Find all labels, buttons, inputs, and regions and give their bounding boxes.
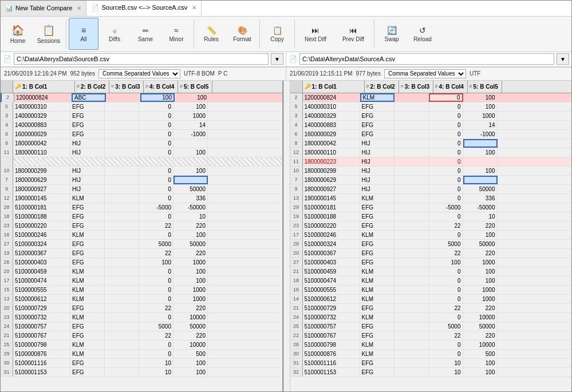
table-row[interactable]: 265100000403EFG1001000 xyxy=(1,258,282,267)
table-row[interactable]: 165100000555KLM01000 xyxy=(290,286,572,295)
table-row[interactable]: 81800000042HIJ0 xyxy=(1,139,282,148)
table-row[interactable]: 205100000729EFG22220 xyxy=(1,304,282,313)
table-row[interactable]: 195100000188EFG010 xyxy=(290,212,572,221)
left-col-header-4[interactable]: # 4: B Col4 xyxy=(144,81,178,93)
left-format-select[interactable]: Comma Separated Values xyxy=(98,69,180,78)
table-row[interactable]: 21200000824KLM0100 xyxy=(290,93,572,102)
right-file-path-input[interactable] xyxy=(299,53,554,65)
tab-new-table-compare[interactable]: 📊 New Table Compare ✕ xyxy=(1,1,86,16)
all-button[interactable]: ≡ All xyxy=(69,18,98,50)
right-col-header-5[interactable]: # 5: B Col5 xyxy=(468,81,502,93)
table-row[interactable]: 61600000029EFG0-1000 xyxy=(290,130,572,139)
table-row[interactable]: 235100000220EFG22220 xyxy=(1,221,282,231)
table-row[interactable]: 101800000299HIJ0100 xyxy=(1,167,282,176)
right-col-header-4[interactable]: # 4: B Col4 xyxy=(433,81,468,93)
table-row[interactable]: 91800000927HIJ050000 xyxy=(1,185,282,194)
table-row[interactable]: 41400000883EFG014 xyxy=(1,121,282,130)
table-row[interactable]: 111800000110HIJ0100 xyxy=(1,148,282,157)
table-row[interactable]: 285100000181EFG-5000-50000 xyxy=(1,203,282,212)
table-row[interactable]: 315100001153EFG10100 xyxy=(1,368,282,377)
table-row[interactable]: 81800000042HIJ0 xyxy=(290,139,572,148)
right-format-select[interactable]: Comma Separated Values xyxy=(384,69,466,78)
diffs-button[interactable]: ⬦ Diffs xyxy=(100,18,129,50)
table-row[interactable]: 225100000767EFG22220 xyxy=(290,331,572,340)
reload-button[interactable]: ↺ Reload xyxy=(408,18,437,50)
minor-button[interactable]: ≈ Minor xyxy=(161,18,191,50)
table-row[interactable]: 101800000299HIJ0100 xyxy=(290,167,572,176)
table-row[interactable]: 255100000798KLM010000 xyxy=(1,340,282,350)
table-row[interactable]: 235100000220EFG22220 xyxy=(290,221,572,231)
table-row[interactable]: 265100000798KLM010000 xyxy=(290,340,572,350)
table-row[interactable]: 91800000927HIJ050000 xyxy=(290,185,572,194)
right-col-header-1[interactable]: 🔑 1: B Col1 xyxy=(303,81,365,93)
table-row[interactable]: 135100000612KLM01000 xyxy=(1,295,282,304)
table-row[interactable]: 205100000459KLM0100 xyxy=(1,267,282,276)
table-row[interactable]: 31400000329EFG01000 xyxy=(1,112,282,121)
table-row[interactable]: 165100000246KLM0100 xyxy=(1,231,282,240)
table-row[interactable]: 31400000329EFG01000 xyxy=(290,112,572,121)
table-row[interactable]: 71800000629HIJ0 xyxy=(1,176,282,185)
next-diff-button[interactable]: ⏭ Next Diff xyxy=(297,18,334,50)
table-row[interactable]: 275100000324EFG500050000 xyxy=(1,240,282,249)
table-row[interactable] xyxy=(1,157,282,167)
table-row[interactable]: 195100000367EFG22220 xyxy=(1,249,282,258)
prev-diff-button[interactable]: ⏮ Prev Diff xyxy=(335,18,372,50)
table-row[interactable]: 295100000876KLM0500 xyxy=(1,350,282,359)
left-col-header-1[interactable]: 🔑 1: B Col1 xyxy=(13,81,75,93)
same-button[interactable]: ═ Same xyxy=(131,18,160,50)
tab-close-active[interactable]: ✕ xyxy=(192,5,196,11)
table-row[interactable]: 305100001116EFG10100 xyxy=(1,359,282,368)
table-row[interactable]: 325100001153EFG10100 xyxy=(290,368,572,377)
table-row[interactable]: 131900000145KLM0336 xyxy=(290,194,572,203)
tab-close[interactable]: ✕ xyxy=(77,5,81,11)
sessions-button[interactable]: 📋 Sessions xyxy=(34,18,64,50)
table-row[interactable]: 245100000732KLM010000 xyxy=(290,313,572,322)
table-row[interactable]: 61600000029EFG0-1000 xyxy=(1,130,282,139)
data-cell: 22 xyxy=(139,249,173,258)
table-row[interactable]: 51400000310EFG0100 xyxy=(290,102,572,112)
table-row[interactable]: 235100000732KLM010000 xyxy=(1,313,282,322)
table-row[interactable]: 175100000246KLM0100 xyxy=(290,231,572,240)
swap-button[interactable]: 🔄 Swap xyxy=(377,18,407,50)
left-browse-button[interactable]: ▼ xyxy=(271,53,283,65)
table-row[interactable]: 315100001116EFG10100 xyxy=(290,359,572,368)
right-col-header-2[interactable]: # 2: B Col2 xyxy=(365,81,399,93)
table-row[interactable]: 21200000824ABC100100 xyxy=(1,93,282,102)
table-row[interactable]: 41400000883EFG014 xyxy=(290,121,572,130)
left-col-header-5[interactable]: # 5: B Col5 xyxy=(178,81,212,93)
table-row[interactable]: 305100000876KLM0500 xyxy=(290,350,572,359)
right-browse-button[interactable]: ▼ xyxy=(557,53,569,65)
right-table-scroll[interactable]: 21200000824KLM010051400000310EFG01003140… xyxy=(290,93,572,391)
left-col-header-2[interactable]: # 2: B Col2 xyxy=(75,81,109,93)
table-row[interactable]: 215100000767EFG22220 xyxy=(1,331,282,340)
table-row[interactable]: 185100000474KLM0100 xyxy=(290,276,572,286)
table-row[interactable]: 155100000555KLM01000 xyxy=(1,286,282,295)
right-col-header-3[interactable]: = 3: B Col3 xyxy=(399,81,433,93)
table-row[interactable]: 295100000181EFG-5000-50000 xyxy=(290,203,572,212)
table-row[interactable]: 121800000110HIJ0100 xyxy=(290,148,572,157)
table-row[interactable]: 285100000324EFG500050000 xyxy=(290,240,572,249)
table-row[interactable]: 111800000223HIJ0 xyxy=(290,157,572,167)
table-row[interactable]: 205100000367EFG22220 xyxy=(290,249,572,258)
home-button[interactable]: 🏠 Home xyxy=(3,18,33,50)
rules-button[interactable]: 📏 Rules xyxy=(196,18,226,50)
format-button[interactable]: 🎨 Format xyxy=(227,18,257,50)
copy-button[interactable]: 📋 Copy xyxy=(262,18,292,50)
left-table-scroll[interactable]: 21200000824ABC10010051400000310EFG010031… xyxy=(1,93,282,391)
table-row[interactable]: 215100000459KLM0100 xyxy=(290,267,572,276)
table-row[interactable]: 175100000474KLM0100 xyxy=(1,276,282,286)
tab-source-compare[interactable]: 📄 SourceB.csv <--> SourceA.csv ✕ xyxy=(86,1,202,16)
table-row[interactable]: 145100000612KLM01000 xyxy=(290,295,572,304)
data-cell: 5100000403 xyxy=(13,258,70,267)
data-cell xyxy=(395,258,429,267)
table-row[interactable]: 51400000310EFG0100 xyxy=(1,102,282,112)
table-row[interactable]: 275100000403EFG1001000 xyxy=(290,258,572,267)
table-row[interactable]: 185100000188EFG010 xyxy=(1,212,282,221)
table-row[interactable]: 245100000757EFG500050000 xyxy=(1,322,282,331)
table-row[interactable]: 215100000729EFG22220 xyxy=(290,304,572,313)
left-file-path-input[interactable] xyxy=(14,53,269,65)
left-col-header-3[interactable]: = 3: B Col3 xyxy=(109,81,144,93)
table-row[interactable]: 121900000145KLM0336 xyxy=(1,194,282,203)
table-row[interactable]: 71800000629HIJ0 xyxy=(290,176,572,185)
table-row[interactable]: 255100000757EFG500050000 xyxy=(290,322,572,331)
